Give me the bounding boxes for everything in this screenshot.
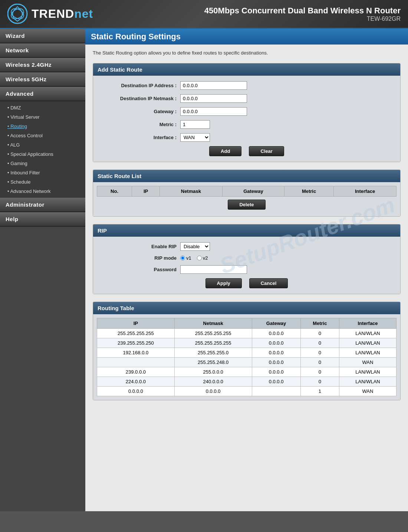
interface-label: Interface : (99, 135, 180, 140)
enable-rip-label: Enable RIP (99, 244, 180, 249)
sidebar-item-virtual-server[interactable]: Virtual Server (0, 112, 85, 122)
model-description: 450Mbps Concurrent Dual Band Wireless N … (204, 6, 401, 16)
sidebar-item-administrator[interactable]: Administrator (0, 198, 85, 212)
main-layout: Wizard Network Wireless 2.4GHz Wireless … (0, 29, 408, 511)
delete-route-button[interactable]: Delete (228, 200, 265, 210)
table-row: 239.255.255.250255.255.255.2550.0.0.00LA… (97, 338, 397, 348)
rip-body: Enable RIP Disable Enable RIP mode v1 (93, 237, 400, 294)
sidebar-item-routing[interactable]: Routing (0, 122, 85, 131)
header: TRENDnet 450Mbps Concurrent Dual Band Wi… (0, 0, 408, 29)
static-route-list-header: Static Route List (93, 170, 400, 182)
interface-select[interactable]: WAN LAN (180, 133, 210, 142)
sidebar-item-wireless24[interactable]: Wireless 2.4GHz (0, 58, 85, 72)
add-static-route-header: Add Static Route (93, 63, 400, 76)
sidebar-item-inbound-filter[interactable]: Inbound Filter (0, 168, 85, 177)
rip-cancel-button[interactable]: Cancel (249, 278, 288, 288)
dest-netmask-row: Destination IP Netmask : (99, 94, 395, 103)
table-row: 255.255.248.00.0.0.00WAN (97, 358, 397, 367)
gateway-input[interactable] (180, 107, 247, 116)
routing-table-body: IP Netmask Gateway Metric Interface 255.… (93, 314, 400, 400)
add-route-button[interactable]: Add (209, 146, 241, 156)
rip-apply-button[interactable]: Apply (205, 278, 242, 288)
add-static-route-body: Destination IP Address : Destination IP … (93, 76, 400, 162)
sidebar-item-special-apps[interactable]: Special Applications (0, 150, 85, 159)
metric-label: Metric : (99, 122, 180, 127)
routing-table-header: Routing Table (93, 302, 400, 314)
add-static-route-section: Add Static Route Destination IP Address … (93, 63, 401, 162)
rip-buttons: Apply Cancel (99, 278, 395, 288)
rip-mode-row: RIP mode v1 v2 (99, 255, 395, 261)
svg-point-2 (9, 7, 25, 21)
sidebar-item-gaming[interactable]: Gaming (0, 159, 85, 168)
rip-mode-label: RIP mode (99, 255, 180, 261)
sidebar-item-schedule[interactable]: Schedule (0, 177, 85, 187)
rip-mode-v2-label[interactable]: v2 (197, 255, 208, 261)
static-route-list-section: Static Route List No. IP Netmask Gateway… (93, 170, 401, 217)
rt-col-interface: Interface (339, 318, 396, 329)
sidebar-item-advanced[interactable]: Advanced (0, 87, 85, 101)
model-number: TEW-692GR (204, 16, 401, 22)
sidebar-item-alg[interactable]: ALG (0, 140, 85, 150)
content-header: Static Routing Settings (85, 29, 408, 45)
logo-area: TRENDnet (7, 4, 93, 24)
table-row: 0.0.0.00.0.0.01WAN (97, 387, 397, 396)
col-metric: Metric (284, 186, 334, 197)
rt-col-metric: Metric (300, 318, 339, 329)
page-title: Static Routing Settings (91, 32, 402, 42)
sidebar: Wizard Network Wireless 2.4GHz Wireless … (0, 29, 85, 511)
rip-mode-v1-text: v1 (186, 255, 191, 261)
table-row: 239.0.0.0255.0.0.00.0.0.00LAN/WLAN (97, 367, 397, 377)
logo-net: net (74, 7, 93, 20)
interface-row: Interface : WAN LAN (99, 133, 395, 142)
routing-table: IP Netmask Gateway Metric Interface 255.… (97, 318, 397, 396)
logo-text: TRENDnet (32, 7, 93, 21)
col-interface: Interface (334, 186, 397, 197)
advanced-submenu: DMZ Virtual Server Routing Access Contro… (0, 101, 85, 198)
table-row: 224.0.0.0240.0.0.00.0.0.00LAN/WLAN (97, 377, 397, 387)
static-route-table: No. IP Netmask Gateway Metric Interface (97, 186, 397, 213)
rt-col-netmask: Netmask (174, 318, 252, 329)
rip-mode-v2-text: v2 (203, 255, 208, 261)
rip-password-label: Password (99, 267, 180, 272)
table-row: 192.168.0.0255.255.255.00.0.0.00LAN/WLAN (97, 348, 397, 358)
metric-row: Metric : (99, 120, 395, 129)
enable-rip-select[interactable]: Disable Enable (180, 242, 210, 251)
rt-col-gateway: Gateway (252, 318, 300, 329)
sidebar-item-advanced-network[interactable]: Advanced Network (0, 187, 85, 196)
sidebar-item-wireless5[interactable]: Wireless 5GHz (0, 72, 85, 87)
rip-mode-v1-label[interactable]: v1 (180, 255, 191, 261)
col-ip: IP (132, 186, 160, 197)
table-row: 255.255.255.255255.255.255.2550.0.0.00LA… (97, 329, 397, 338)
logo-trend: TREND (32, 7, 74, 20)
header-right: 450Mbps Concurrent Dual Band Wireless N … (204, 6, 401, 22)
content-body: SetupRouter.com The Static Routing optio… (85, 45, 408, 413)
rt-col-ip: IP (97, 318, 175, 329)
dest-ip-row: Destination IP Address : (99, 81, 395, 90)
sidebar-item-help[interactable]: Help (0, 212, 85, 227)
rip-header: RIP (93, 224, 400, 237)
rip-mode-group: v1 v2 (180, 255, 208, 261)
rip-password-input[interactable] (180, 265, 247, 274)
rip-mode-v2-radio[interactable] (197, 256, 202, 260)
enable-rip-row: Enable RIP Disable Enable (99, 242, 395, 251)
sidebar-item-network[interactable]: Network (0, 43, 85, 58)
rip-section: RIP Enable RIP Disable Enable RIP mode (93, 224, 401, 294)
col-netmask: Netmask (159, 186, 222, 197)
trendnet-logo-icon (7, 4, 28, 24)
routing-table-section: Routing Table IP Netmask Gateway Metric … (93, 302, 401, 400)
rip-mode-v1-radio[interactable] (180, 256, 185, 260)
dest-ip-input[interactable] (180, 81, 247, 90)
clear-route-button[interactable]: Clear (249, 146, 284, 156)
sidebar-item-access-control[interactable]: Access Control (0, 131, 85, 140)
col-gateway: Gateway (222, 186, 284, 197)
metric-input[interactable] (180, 120, 210, 129)
static-route-list-body: No. IP Netmask Gateway Metric Interface (93, 182, 400, 216)
content-area: Static Routing Settings SetupRouter.com … (85, 29, 408, 511)
sidebar-item-wizard[interactable]: Wizard (0, 29, 85, 43)
add-route-buttons: Add Clear (99, 146, 395, 156)
dest-ip-label: Destination IP Address : (99, 83, 180, 88)
dest-netmask-input[interactable] (180, 94, 247, 103)
gateway-label: Gateway : (99, 109, 180, 114)
sidebar-item-dmz[interactable]: DMZ (0, 103, 85, 112)
gateway-row: Gateway : (99, 107, 395, 116)
